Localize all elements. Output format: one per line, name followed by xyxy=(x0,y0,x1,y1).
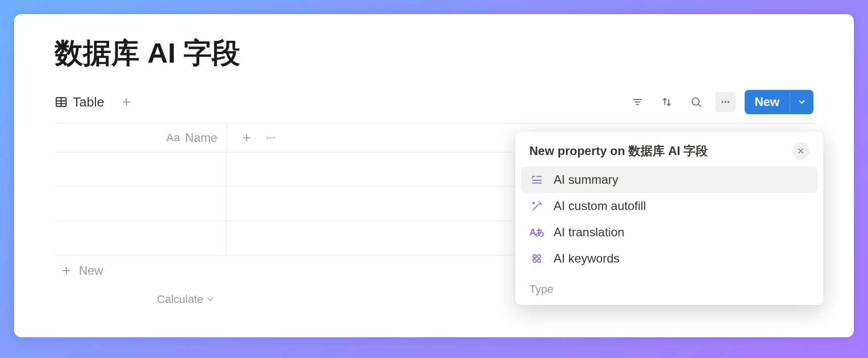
search-button[interactable] xyxy=(686,92,706,112)
ai-autofill-icon xyxy=(529,199,544,213)
column-more-button[interactable] xyxy=(264,132,277,144)
filter-button[interactable] xyxy=(627,92,648,112)
close-button[interactable] xyxy=(792,142,809,160)
add-column-button[interactable] xyxy=(241,132,252,143)
calculate-label: Calculate xyxy=(157,293,203,306)
svg-point-25 xyxy=(533,259,536,263)
table-icon xyxy=(55,95,68,109)
panel-title: New property on 数据库 AI 字段 xyxy=(529,143,708,159)
page-title: 数据库 AI 字段 xyxy=(55,34,813,73)
app-window: 数据库 AI 字段 Table xyxy=(14,14,854,337)
ai-keywords-icon xyxy=(529,252,544,265)
column-header-label: Name xyxy=(185,131,217,145)
property-option-ai-translation[interactable]: Aあ AI translation xyxy=(521,219,817,245)
sort-button[interactable] xyxy=(657,92,677,112)
property-option-ai-keywords[interactable]: AI keywords xyxy=(521,245,817,272)
svg-point-23 xyxy=(533,254,536,258)
panel-section-type: Type xyxy=(521,272,817,300)
svg-point-16 xyxy=(266,137,268,139)
view-tab-table[interactable]: Table xyxy=(55,94,104,110)
property-option-label: AI custom autofill xyxy=(554,199,646,213)
svg-point-17 xyxy=(269,137,271,139)
property-option-ai-custom-autofill[interactable]: AI custom autofill xyxy=(521,193,817,219)
more-options-button[interactable] xyxy=(715,92,736,112)
svg-point-12 xyxy=(724,101,726,103)
property-option-label: AI translation xyxy=(554,225,624,239)
svg-point-26 xyxy=(537,259,541,263)
text-property-icon: Aa xyxy=(166,131,180,144)
view-tab-label: Table xyxy=(73,94,104,110)
ai-translation-icon: Aあ xyxy=(529,226,544,238)
column-header-name[interactable]: Aa Name xyxy=(55,124,226,152)
property-option-label: AI summary xyxy=(554,173,618,187)
add-view-button[interactable] xyxy=(116,92,136,112)
svg-point-18 xyxy=(272,137,275,139)
property-option-ai-summary[interactable]: AI summary xyxy=(521,167,817,193)
svg-line-10 xyxy=(698,105,701,107)
svg-point-11 xyxy=(721,101,723,103)
new-row-label: New xyxy=(79,264,103,278)
svg-point-13 xyxy=(727,101,729,103)
new-property-panel: New property on 数据库 AI 字段 AI summary xyxy=(515,131,824,305)
property-option-label: AI keywords xyxy=(554,251,620,266)
database-toolbar: Table xyxy=(55,90,813,114)
new-button-label: New xyxy=(745,90,790,114)
svg-point-24 xyxy=(537,254,541,258)
ai-summary-icon xyxy=(529,173,544,186)
new-button[interactable]: New xyxy=(745,90,813,114)
calculate-button[interactable]: Calculate xyxy=(55,286,226,313)
new-button-dropdown[interactable] xyxy=(790,92,813,112)
